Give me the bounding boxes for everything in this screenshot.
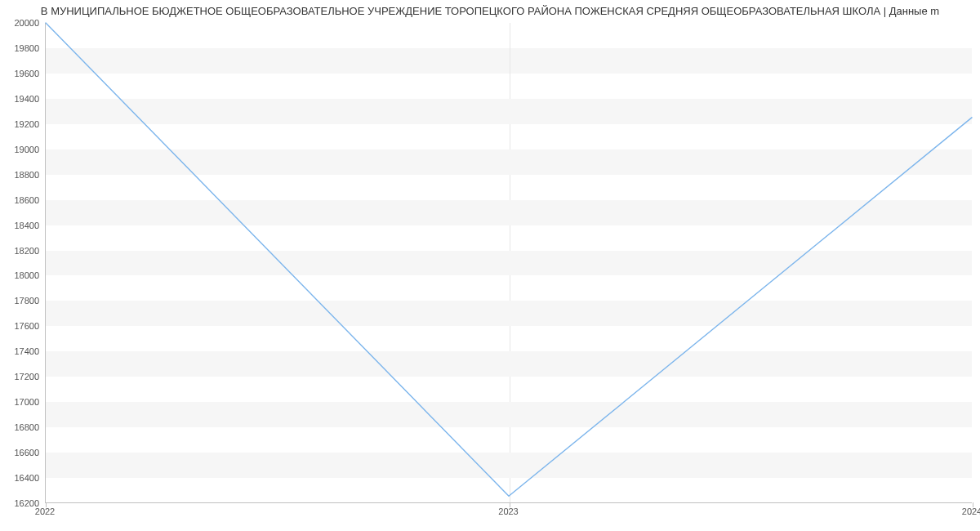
y-tick-label: 17400 bbox=[0, 346, 39, 356]
y-tick-label: 18000 bbox=[0, 270, 39, 280]
chart-container: В МУНИЦИПАЛЬНОЕ БЮДЖЕТНОЕ ОБЩЕОБРАЗОВАТЕ… bbox=[0, 0, 980, 531]
y-tick-label: 19200 bbox=[0, 119, 39, 129]
y-tick-label: 19600 bbox=[0, 69, 39, 78]
y-tick-label: 18600 bbox=[0, 195, 39, 205]
y-tick-label: 19800 bbox=[0, 43, 39, 53]
y-tick-label: 16400 bbox=[0, 473, 39, 483]
y-tick-label: 17000 bbox=[0, 397, 39, 407]
y-tick-label: 18400 bbox=[0, 221, 39, 230]
x-tick-label: 2024 bbox=[962, 506, 980, 516]
plot-area bbox=[45, 23, 972, 503]
y-tick-label: 17800 bbox=[0, 296, 39, 306]
chart-title: В МУНИЦИПАЛЬНОЕ БЮДЖЕТНОЕ ОБЩЕОБРАЗОВАТЕ… bbox=[0, 5, 980, 17]
x-tick-label: 2022 bbox=[35, 506, 55, 516]
y-tick-label: 16600 bbox=[0, 448, 39, 457]
y-tick-label: 16200 bbox=[0, 498, 39, 508]
y-tick-label: 20000 bbox=[0, 18, 39, 28]
line-series bbox=[46, 23, 972, 502]
y-tick-label: 17200 bbox=[0, 372, 39, 382]
y-tick-label: 18800 bbox=[0, 170, 39, 180]
y-tick-label: 18200 bbox=[0, 246, 39, 256]
y-tick-label: 19400 bbox=[0, 94, 39, 104]
y-tick-label: 17600 bbox=[0, 321, 39, 331]
y-tick-label: 19000 bbox=[0, 145, 39, 154]
x-tick-label: 2023 bbox=[498, 506, 518, 516]
y-tick-label: 16800 bbox=[0, 422, 39, 432]
